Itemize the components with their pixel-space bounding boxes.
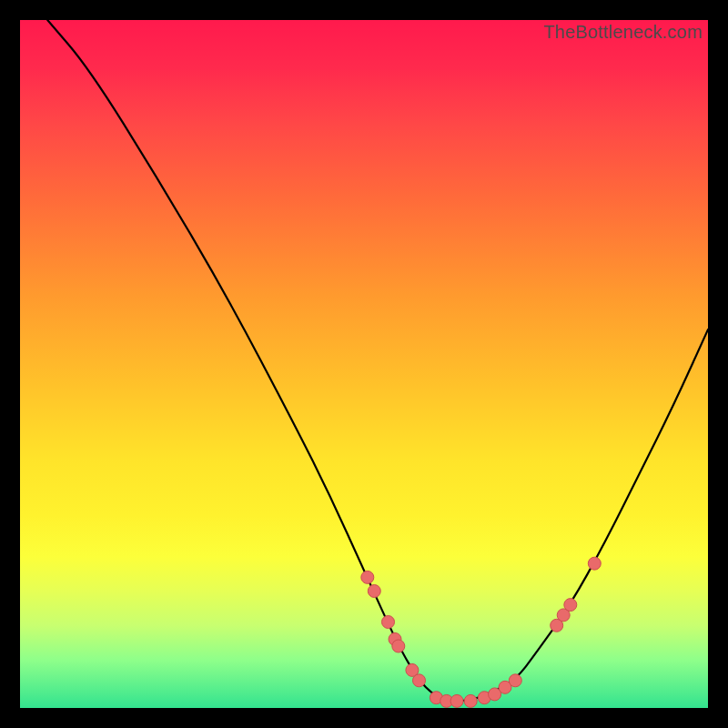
bottleneck-curve	[47, 20, 708, 701]
data-point	[413, 674, 426, 687]
data-point	[361, 571, 374, 583]
data-points-group	[361, 557, 602, 707]
chart-area: TheBottleneck.com	[20, 20, 708, 708]
data-point	[588, 557, 601, 570]
data-point	[564, 599, 577, 612]
data-point	[450, 694, 463, 707]
data-point	[368, 585, 380, 598]
data-point	[464, 694, 477, 707]
chart-svg	[20, 20, 708, 708]
data-point	[509, 674, 521, 687]
data-point	[392, 640, 405, 652]
data-point	[382, 616, 395, 629]
